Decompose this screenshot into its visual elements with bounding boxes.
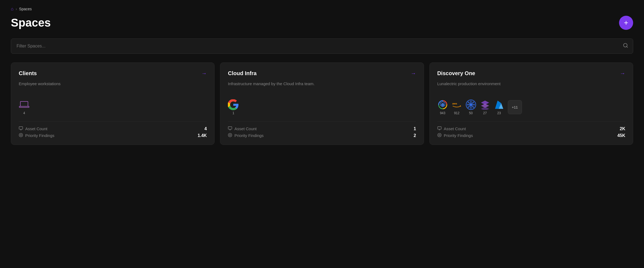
card-header-clients: Clients → bbox=[19, 70, 207, 76]
svg-text:aws: aws bbox=[452, 102, 457, 105]
asset-count-label-cloud-infra: Asset Count bbox=[228, 126, 257, 131]
asset-count-row-discovery-one: Asset Count 2K bbox=[437, 126, 625, 131]
asset-count-value-clients: 4 bbox=[204, 126, 207, 131]
laptop-icon bbox=[19, 99, 30, 110]
aws-icon: aws bbox=[451, 99, 462, 110]
svg-rect-2 bbox=[20, 101, 28, 106]
card-title-cloud-infra: Cloud Infra bbox=[228, 70, 257, 76]
svg-point-35 bbox=[438, 133, 441, 137]
card-description-clients: Employee workstations bbox=[19, 81, 207, 93]
card-description-cloud-infra: Infrastructure managed by the Cloud Infr… bbox=[228, 81, 416, 93]
space-card-discovery-one[interactable]: Discovery One → Lunalectric production e… bbox=[429, 62, 633, 145]
card-stats-discovery-one: Asset Count 2K Priority Findings 45K bbox=[437, 122, 625, 138]
svg-point-25 bbox=[470, 103, 472, 106]
svg-point-13 bbox=[229, 134, 231, 136]
svg-point-36 bbox=[439, 134, 440, 136]
svg-rect-3 bbox=[19, 106, 29, 107]
google-integration: 1 bbox=[228, 99, 239, 115]
space-card-clients[interactable]: Clients → Employee workstations 4 bbox=[11, 62, 215, 145]
asset-count-row-clients: Asset Count 4 bbox=[19, 126, 207, 131]
laptop-count: 4 bbox=[23, 111, 25, 115]
cards-grid: Clients → Employee workstations 4 bbox=[11, 62, 633, 145]
svg-point-12 bbox=[228, 133, 232, 137]
card-arrow-clients[interactable]: → bbox=[201, 70, 207, 76]
card-stats-cloud-infra: Asset Count 1 Priority Findings 2 bbox=[228, 122, 416, 138]
card-stats-clients: Asset Count 4 Priority Findings 1.4K bbox=[19, 122, 207, 138]
breadcrumb: ⌂ › Spaces bbox=[11, 7, 633, 11]
svg-rect-9 bbox=[228, 127, 232, 129]
priority-findings-value-discovery-one: 45K bbox=[617, 133, 625, 138]
breadcrumb-current: Spaces bbox=[19, 7, 32, 11]
k8s-integration: 50 bbox=[466, 99, 476, 115]
card-arrow-discovery-one[interactable]: → bbox=[620, 70, 625, 76]
search-container bbox=[11, 39, 633, 54]
aws-integration: aws 912 bbox=[451, 99, 462, 115]
gcp-integration: 943 bbox=[437, 99, 448, 115]
priority-icon-clients bbox=[19, 133, 23, 138]
k8s-count: 50 bbox=[469, 111, 473, 115]
svg-point-14 bbox=[441, 103, 444, 106]
google-count: 1 bbox=[232, 111, 234, 115]
card-header-discovery-one: Discovery One → bbox=[437, 70, 625, 76]
svg-marker-29 bbox=[481, 107, 489, 110]
page-header: Spaces + bbox=[11, 16, 633, 30]
asset-count-row-cloud-infra: Asset Count 1 bbox=[228, 126, 416, 131]
priority-icon-discovery-one bbox=[437, 133, 442, 138]
integrations-row-cloud-infra: 1 bbox=[228, 99, 416, 115]
space-card-cloud-infra[interactable]: Cloud Infra → Infrastructure managed by … bbox=[220, 62, 424, 145]
home-icon[interactable]: ⌂ bbox=[11, 7, 14, 11]
priority-findings-row-cloud-infra: Priority Findings 2 bbox=[228, 133, 416, 138]
search-input[interactable] bbox=[11, 39, 633, 54]
add-space-button[interactable]: + bbox=[619, 16, 633, 30]
azure-integration: 23 bbox=[494, 99, 505, 115]
asset-count-value-cloud-infra: 1 bbox=[414, 126, 416, 131]
asset-count-value-discovery-one: 2K bbox=[620, 126, 625, 131]
azure-count: 23 bbox=[497, 111, 501, 115]
layers-integration: 27 bbox=[480, 99, 490, 115]
svg-point-8 bbox=[20, 134, 21, 136]
asset-count-label-clients: Asset Count bbox=[19, 126, 47, 131]
k8s-icon bbox=[466, 99, 476, 110]
priority-findings-label-cloud-infra: Priority Findings bbox=[228, 133, 264, 138]
asset-count-label-discovery-one: Asset Count bbox=[437, 126, 466, 131]
card-arrow-cloud-infra[interactable]: → bbox=[411, 70, 416, 76]
more-integrations-badge: +11 bbox=[508, 100, 522, 114]
card-header-cloud-infra: Cloud Infra → bbox=[228, 70, 416, 76]
svg-point-7 bbox=[19, 133, 23, 137]
asset-count-icon-discovery-one bbox=[437, 126, 442, 131]
layers-icon bbox=[480, 99, 490, 110]
plus-icon: + bbox=[624, 18, 628, 27]
priority-findings-label-clients: Priority Findings bbox=[19, 133, 55, 138]
layers-count: 27 bbox=[483, 111, 487, 115]
search-icon bbox=[623, 43, 628, 50]
svg-line-1 bbox=[627, 46, 628, 47]
page-wrapper: ⌂ › Spaces Spaces + Clients → Employee w… bbox=[0, 0, 644, 156]
gcp-icon bbox=[437, 99, 448, 110]
asset-count-icon bbox=[19, 126, 23, 131]
laptop-integration: 4 bbox=[19, 99, 30, 115]
priority-findings-row-clients: Priority Findings 1.4K bbox=[19, 133, 207, 138]
integrations-row-discovery-one: 943 aws 912 bbox=[437, 99, 625, 115]
gcp-count: 943 bbox=[440, 111, 445, 115]
priority-findings-row-discovery-one: Priority Findings 45K bbox=[437, 133, 625, 138]
priority-findings-value-cloud-infra: 2 bbox=[414, 133, 416, 138]
card-title-discovery-one: Discovery One bbox=[437, 70, 475, 76]
priority-findings-label-discovery-one: Priority Findings bbox=[437, 133, 473, 138]
integrations-row-clients: 4 bbox=[19, 99, 207, 115]
svg-rect-32 bbox=[438, 127, 441, 129]
svg-rect-4 bbox=[19, 127, 23, 129]
breadcrumb-separator: › bbox=[16, 7, 17, 11]
asset-count-icon-cloud-infra bbox=[228, 126, 232, 131]
azure-icon bbox=[494, 99, 505, 110]
card-description-discovery-one: Lunalectric production environment bbox=[437, 81, 625, 93]
google-icon bbox=[228, 99, 239, 110]
aws-count: 912 bbox=[454, 111, 460, 115]
card-title-clients: Clients bbox=[19, 70, 37, 76]
page-title: Spaces bbox=[11, 16, 51, 29]
priority-findings-value-clients: 1.4K bbox=[198, 133, 207, 138]
priority-icon-cloud-infra bbox=[228, 133, 232, 138]
